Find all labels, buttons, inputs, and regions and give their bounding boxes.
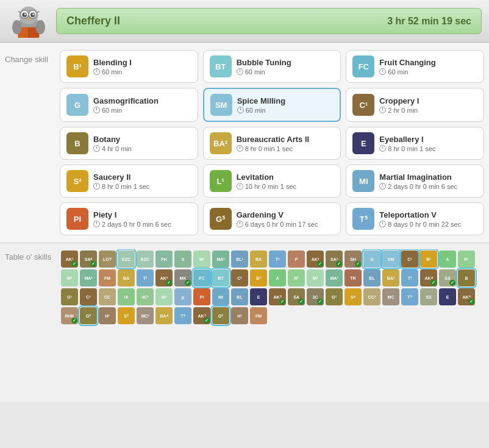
mini-skill-55[interactable]: AK⁵✓ (269, 288, 286, 305)
skill-card-bubble_tuning[interactable]: BTBubble Tuning60 min (203, 50, 341, 83)
mini-skill-64[interactable]: E (439, 288, 456, 305)
mini-skill-63[interactable]: SS (420, 288, 437, 305)
mini-skill-2[interactable]: LGT (99, 251, 116, 268)
mini-skill-3[interactable]: EZC (118, 251, 135, 268)
mini-skill-39[interactable]: BA² (382, 269, 399, 286)
mini-skill-37[interactable]: TR (344, 269, 362, 286)
mini-skill-21[interactable]: R¹ (458, 251, 475, 268)
skill-info-levitation: Levitation10 hr 0 min 1 sec (237, 172, 335, 190)
skill-card-botany[interactable]: BBotany4 hr 0 min (60, 127, 198, 160)
mini-skill-29[interactable]: FC (193, 269, 210, 286)
mini-skill-61[interactable]: MC (382, 288, 399, 305)
skill-card-spice_milling[interactable]: SMSpice Milling60 min (203, 88, 341, 122)
mini-skill-20[interactable]: A (439, 251, 456, 268)
skill-card-saucery2[interactable]: S²Saucery II8 hr 0 min 1 sec (60, 165, 198, 197)
mini-skill-33[interactable]: A (269, 269, 286, 286)
skill-card-eyeballery1[interactable]: EEyeballery I8 hr 0 min 1 sec (346, 127, 484, 160)
mini-skill-10[interactable]: BA (250, 251, 267, 268)
mini-skill-66[interactable]: RHK✓ (61, 307, 78, 324)
skill-card-levitation[interactable]: L¹Levitation10 hr 0 min 1 sec (203, 165, 341, 197)
mini-skill-18[interactable]: C¹ (401, 251, 418, 268)
mini-skill-75[interactable]: H³ (231, 307, 248, 324)
mini-skill-34[interactable]: R² (288, 269, 305, 286)
mini-skill-43[interactable]: B (458, 269, 475, 286)
skill-card-teleportation5[interactable]: T⁵Teleportation V8 days 0 hr 0 min 22 se… (346, 202, 484, 235)
mini-skill-16[interactable]: G (363, 251, 380, 268)
mini-skill-11[interactable]: T¹ (269, 251, 286, 268)
mini-skill-58[interactable]: G² (326, 288, 343, 305)
mini-skill-41[interactable]: AK⁴✓ (420, 269, 437, 286)
mini-skill-73[interactable]: AK⁷✓ (193, 307, 210, 324)
mini-skill-62[interactable]: T⁵ (401, 288, 418, 305)
mini-skill-9[interactable]: BL¹ (231, 251, 248, 268)
skill-card-blending1[interactable]: B¹Blending I60 min (60, 50, 198, 83)
mini-skill-24[interactable]: FM (99, 269, 116, 286)
skill-time-text: 60 min (245, 68, 265, 76)
skill-card-bureaucratic2[interactable]: BA²Bureaucratic Arts II8 hr 0 min 1 sec (203, 127, 341, 160)
check-icon: ✓ (449, 280, 455, 286)
mini-skill-56[interactable]: SA✓ (288, 288, 305, 305)
mini-skill-52[interactable]: MI (212, 288, 229, 305)
skill-card-fruit_changing[interactable]: FCFruit Changing60 min (346, 50, 484, 83)
mini-skill-48[interactable]: 4C¹ (137, 288, 154, 305)
mini-skill-74[interactable]: G⁵ (212, 307, 229, 324)
mini-skill-31[interactable]: C² (231, 269, 248, 286)
mini-skill-28[interactable]: MK✓ (174, 269, 191, 286)
mini-skill-69[interactable]: S⁵ (118, 307, 135, 324)
mini-skill-36[interactable]: MA³ (326, 269, 343, 286)
mini-skill-57[interactable]: 3C✓ (307, 288, 324, 305)
mini-skill-23[interactable]: MA² (80, 269, 97, 286)
mini-skill-53[interactable]: BL (231, 288, 248, 305)
mini-skill-67[interactable]: G⁵ (80, 307, 97, 324)
mini-skill-38[interactable]: BL (363, 269, 380, 286)
mini-skill-label: A (446, 257, 449, 261)
mini-skill-68[interactable]: H² (99, 307, 116, 324)
mini-skill-14[interactable]: SA³✓ (326, 251, 343, 268)
mini-skill-26[interactable]: T² (137, 269, 154, 286)
mini-skill-30[interactable]: BT (212, 269, 229, 286)
mini-skill-32[interactable]: B³ (250, 269, 267, 286)
mini-skill-0[interactable]: AK¹✓ (61, 251, 78, 268)
mini-skill-22[interactable]: M² (61, 269, 78, 286)
mini-skill-6[interactable]: S (174, 251, 191, 268)
mini-skill-51[interactable]: PI (193, 288, 210, 305)
mini-skill-45[interactable]: C³ (80, 288, 97, 305)
mini-skill-42[interactable]: SS✓ (439, 269, 456, 286)
mini-skill-35[interactable]: M³ (307, 269, 324, 286)
skill-card-martial_imagination[interactable]: MIMartial Imagination2 days 0 hr 0 min 6… (346, 165, 484, 197)
mini-skill-25[interactable]: BA (118, 269, 135, 286)
mini-skill-50[interactable]: μ (174, 288, 191, 305)
skill-card-gasmogrification[interactable]: GGasmogrification60 min (60, 88, 198, 122)
mini-skill-13[interactable]: AK²✓ (307, 251, 324, 268)
skill-card-piety1[interactable]: PIPiety I2 days 0 hr 0 min 6 sec (60, 202, 198, 235)
mini-skill-5[interactable]: FH (155, 251, 173, 268)
mini-skill-1[interactable]: SA⁴✓ (80, 251, 97, 268)
mini-skill-47[interactable]: IA (118, 288, 135, 305)
skill-time-text: 60 min (102, 68, 122, 76)
mini-skill-54[interactable]: E (250, 288, 267, 305)
mini-skill-15[interactable]: SH✓ (344, 251, 362, 268)
mini-skill-label: G (370, 257, 373, 261)
mini-skill-65[interactable]: AK⁶✓ (458, 288, 475, 305)
mini-skill-4[interactable]: EZC (137, 251, 154, 268)
mini-skill-60[interactable]: CC² (363, 288, 380, 305)
mini-skill-40[interactable]: T³ (401, 269, 418, 286)
skill-icon-gardening5: G⁵ (210, 208, 232, 230)
mini-skill-71[interactable]: BA⁴ (155, 307, 173, 324)
mini-skill-12[interactable]: P (288, 251, 305, 268)
mini-skill-49[interactable]: M³ (155, 288, 173, 305)
mini-skill-46[interactable]: CC (99, 288, 116, 305)
mini-skill-70[interactable]: MC² (137, 307, 154, 324)
mini-skill-27[interactable]: AK³✓ (155, 269, 173, 286)
mini-skill-72[interactable]: T⁵ (174, 307, 191, 324)
mini-skill-59[interactable]: S⁴ (344, 288, 362, 305)
mini-skill-76[interactable]: FM (250, 307, 267, 324)
mini-skill-7[interactable]: M¹ (193, 251, 210, 268)
mini-skill-8[interactable]: MA¹ (212, 251, 229, 268)
mini-skill-17[interactable]: SM (382, 251, 399, 268)
mini-skill-19[interactable]: B¹ (420, 251, 437, 268)
skill-card-croppery1[interactable]: C¹Croppery I2 hr 0 min (346, 88, 484, 122)
skill-card-gardening5[interactable]: G⁵Gardening V6 days 0 hr 0 min 17 sec (203, 202, 341, 235)
owl-icon (10, 4, 47, 39)
mini-skill-44[interactable]: G¹ (61, 288, 78, 305)
